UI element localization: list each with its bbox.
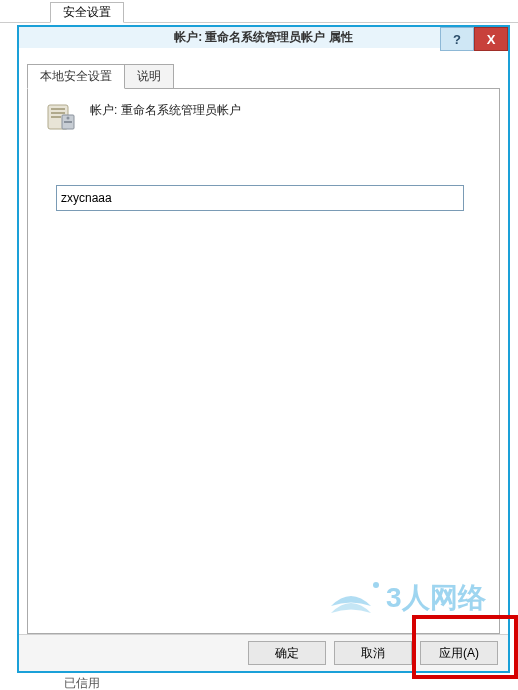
tab-local-security-settings[interactable]: 本地安全设置 <box>27 64 125 89</box>
dialog-footer: 确定 取消 应用(A) <box>19 634 508 671</box>
policy-header: 帐户: 重命名系统管理员帐户 <box>44 101 483 135</box>
bg-bottom-text: 已信用 <box>64 675 100 690</box>
cancel-button[interactable]: 取消 <box>334 641 412 665</box>
dialog-title: 帐户: 重命名系统管理员帐户 属性 <box>19 29 508 46</box>
parent-tab-strip: 安全设置 <box>0 0 518 23</box>
titlebar[interactable]: 帐户: 重命名系统管理员帐户 属性 ? X <box>19 27 508 48</box>
svg-rect-1 <box>51 108 65 110</box>
svg-rect-2 <box>51 112 65 114</box>
parent-tab-security-settings[interactable]: 安全设置 <box>50 2 124 23</box>
properties-dialog: 帐户: 重命名系统管理员帐户 属性 ? X 本地安全设置 说明 <box>18 26 509 672</box>
tab-panel-local-security: 帐户: 重命名系统管理员帐户 <box>27 88 500 634</box>
tab-explain[interactable]: 说明 <box>124 64 174 89</box>
apply-button[interactable]: 应用(A) <box>420 641 498 665</box>
svg-rect-3 <box>51 116 61 118</box>
policy-label: 帐户: 重命名系统管理员帐户 <box>90 101 241 119</box>
policy-icon <box>44 101 78 135</box>
svg-rect-5 <box>64 121 72 123</box>
admin-account-name-input[interactable] <box>56 185 464 211</box>
svg-point-6 <box>67 117 70 120</box>
ok-button[interactable]: 确定 <box>248 641 326 665</box>
tab-strip: 本地安全设置 说明 <box>27 64 500 88</box>
dialog-body: 本地安全设置 说明 帐户: 重命名系统管理员帐户 <box>19 48 508 634</box>
